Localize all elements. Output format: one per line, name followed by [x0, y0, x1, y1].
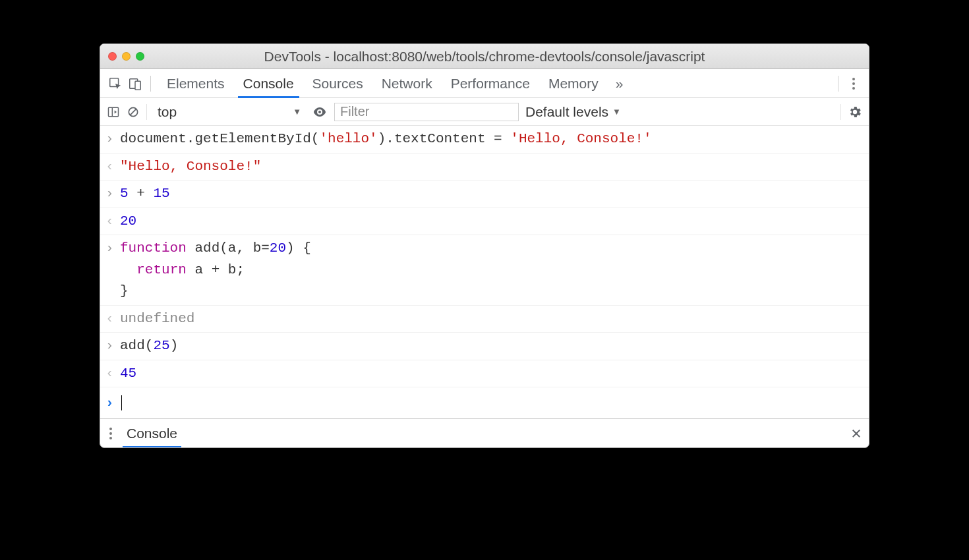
input-chevron-icon	[105, 182, 120, 205]
output-chevron-icon	[105, 362, 120, 385]
tab-network[interactable]: Network	[372, 69, 442, 98]
log-levels-selector[interactable]: Default levels ▼	[525, 104, 621, 120]
window-controls	[108, 52, 144, 61]
filter-input[interactable]	[334, 103, 519, 121]
tab-performance[interactable]: Performance	[442, 69, 539, 98]
prompt-chevron-icon	[105, 391, 120, 414]
code-text: 45	[120, 362, 136, 386]
console-input-row: 5 + 15	[100, 181, 869, 208]
console-output[interactable]: document.getElementById('hello').textCon…	[100, 126, 869, 418]
console-prompt[interactable]	[100, 387, 869, 418]
console-input-row: add(25)	[100, 333, 869, 360]
close-window-button[interactable]	[108, 52, 117, 61]
inspect-element-icon[interactable]	[107, 75, 124, 92]
console-input-row: document.getElementById('hello').textCon…	[100, 126, 869, 154]
console-input-row: function add(a, b=20) { return a + b; }	[100, 235, 869, 306]
input-chevron-icon	[105, 127, 120, 150]
levels-label: Default levels	[525, 104, 608, 120]
console-settings-icon[interactable]	[848, 105, 862, 119]
drawer-menu-button[interactable]	[107, 425, 115, 442]
context-label: top	[158, 104, 177, 120]
code-text: add(25)	[120, 334, 178, 358]
toolbar-divider	[150, 76, 151, 92]
close-drawer-button[interactable]	[850, 428, 862, 439]
console-toolbar: top ▼ Default levels ▼	[100, 98, 869, 126]
console-output-row: undefined	[100, 306, 869, 333]
text-caret	[121, 395, 122, 410]
toggle-console-sidebar-icon[interactable]	[107, 105, 120, 119]
overflow-tabs-button[interactable]: »	[610, 69, 629, 98]
main-toolbar: ElementsConsoleSourcesNetworkPerformance…	[100, 69, 869, 98]
execution-context-selector[interactable]: top ▼	[154, 103, 305, 121]
devtools-window: DevTools - localhost:8080/web/tools/chro…	[100, 43, 869, 448]
toolbar-divider	[838, 76, 838, 92]
svg-rect-2	[135, 81, 140, 90]
output-chevron-icon	[105, 210, 120, 233]
device-toolbar-icon[interactable]	[127, 75, 144, 92]
tab-memory[interactable]: Memory	[539, 69, 608, 98]
dropdown-triangle-icon: ▼	[612, 107, 621, 117]
code-text: 20	[120, 210, 136, 234]
clear-console-icon[interactable]	[127, 105, 140, 119]
panel-tabs: ElementsConsoleSourcesNetworkPerformance…	[158, 69, 608, 98]
drawer-tab-console[interactable]: Console	[123, 419, 181, 448]
dropdown-triangle-icon: ▼	[293, 107, 301, 117]
minimize-window-button[interactable]	[122, 52, 131, 61]
code-text: document.getElementById('hello').textCon…	[120, 127, 652, 152]
code-text: undefined	[120, 307, 194, 331]
overflow-chevron-icon: »	[616, 76, 624, 92]
zoom-window-button[interactable]	[136, 52, 144, 61]
live-expression-icon[interactable]	[312, 104, 328, 120]
console-output-row: 20	[100, 208, 869, 236]
svg-rect-3	[109, 107, 119, 116]
console-output-row: 45	[100, 360, 869, 388]
code-text: "Hello, Console!"	[120, 155, 261, 179]
drawer: Console	[100, 418, 869, 447]
svg-point-7	[318, 111, 321, 113]
code-text: 5 + 15	[120, 182, 170, 206]
output-chevron-icon	[105, 307, 120, 330]
input-chevron-icon	[105, 334, 120, 357]
window-title: DevTools - localhost:8080/web/tools/chro…	[100, 44, 869, 69]
kebab-icon	[850, 75, 858, 92]
tab-sources[interactable]: Sources	[303, 69, 372, 98]
output-chevron-icon	[105, 155, 120, 178]
console-output-row: "Hello, Console!"	[100, 154, 869, 181]
tab-console[interactable]: Console	[234, 69, 303, 98]
kebab-icon	[107, 425, 115, 442]
titlebar[interactable]: DevTools - localhost:8080/web/tools/chro…	[100, 44, 869, 69]
more-options-button[interactable]	[845, 75, 862, 92]
code-text: function add(a, b=20) { return a + b; }	[120, 237, 311, 304]
svg-line-6	[130, 109, 136, 115]
tab-elements[interactable]: Elements	[158, 69, 234, 98]
input-chevron-icon	[105, 237, 120, 260]
